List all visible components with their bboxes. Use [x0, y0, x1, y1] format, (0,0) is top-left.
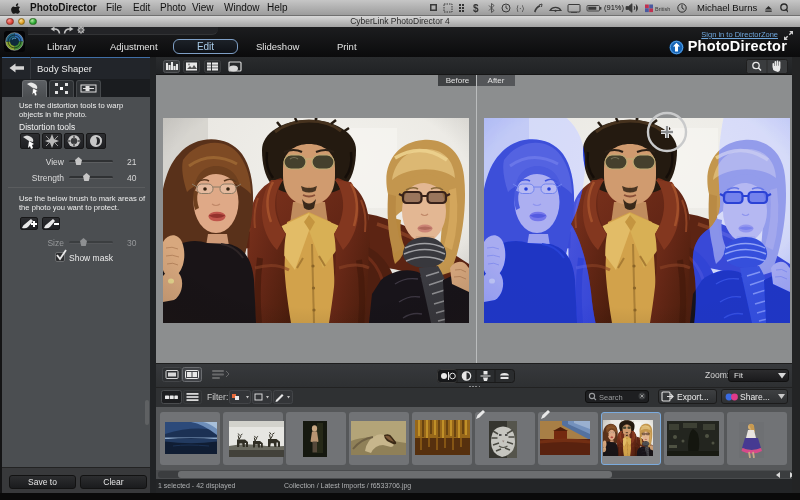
svg-text:British: British	[655, 6, 670, 12]
svg-text:Filter:: Filter:	[207, 392, 228, 402]
svg-text:Search: Search	[599, 393, 623, 402]
svg-text:⟨·⟩: ⟨·⟩	[516, 4, 524, 13]
svg-text:$: $	[473, 3, 479, 13]
